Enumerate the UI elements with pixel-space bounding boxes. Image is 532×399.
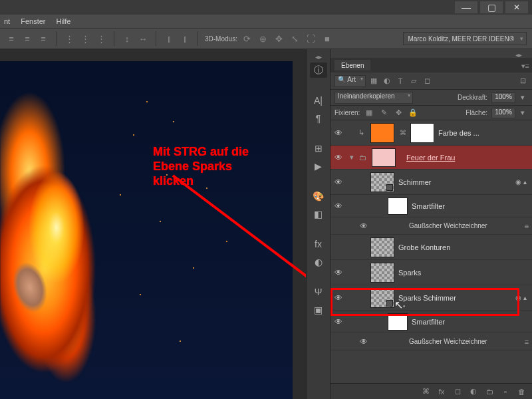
fill-input[interactable]: 100%: [491, 108, 515, 118]
menu-fenster[interactable]: Fenster: [21, 17, 45, 25]
layer-thumbnail[interactable]: [370, 237, 394, 257]
layer-row[interactable]: 👁 ↳ ⌘ Farbe des ...: [331, 120, 532, 146]
visibility-icon[interactable]: 👁: [331, 153, 346, 162]
distribute-icon[interactable]: ⋮: [79, 33, 91, 45]
chevron-down-icon[interactable]: ▾: [346, 153, 357, 162]
swatches-icon[interactable]: 🎨: [310, 188, 327, 203]
actions-icon[interactable]: ▶: [310, 158, 327, 174]
layer-thumbnail[interactable]: [370, 263, 394, 283]
visibility-icon[interactable]: 👁: [331, 268, 346, 277]
layer-thumbnail[interactable]: [370, 123, 394, 143]
layer-mask-icon[interactable]: ◻: [452, 387, 463, 396]
visibility-icon[interactable]: 👁: [331, 201, 346, 211]
blend-mode-dropdown[interactable]: Ineinanderkopieren: [334, 92, 413, 104]
opacity-input[interactable]: 100%: [491, 92, 515, 103]
filter-shape-icon[interactable]: ▱: [408, 76, 419, 86]
filter-edit-icon[interactable]: ≡: [521, 221, 532, 231]
paragraph-icon[interactable]: ¶: [310, 110, 327, 126]
layer-thumbnail[interactable]: [370, 288, 394, 308]
layer-row-sparks[interactable]: 👁 Sparks: [331, 260, 532, 285]
visibility-icon[interactable]: 👁: [331, 293, 346, 303]
rotate-icon[interactable]: ⟳: [241, 33, 253, 45]
collapse-icon[interactable]: ◂▸: [509, 51, 528, 58]
pan-icon[interactable]: ✥: [273, 33, 285, 45]
layer-row[interactable]: 👁 Sparks Schimmer ◉ ▴: [331, 285, 532, 311]
filter-edit-icon[interactable]: ≡: [521, 337, 532, 346]
layer-group-row[interactable]: 👁 ▾ 🗀 Feuer der Frau: [331, 146, 532, 170]
workspace-dropdown[interactable]: Marco Kolditz, MEER DER IDEEN®: [403, 32, 527, 45]
layer-row[interactable]: Grobe Konturen: [331, 235, 532, 260]
visibility-icon[interactable]: 👁: [357, 337, 370, 346]
color-icon[interactable]: ◧: [310, 206, 327, 221]
adjustments-icon[interactable]: ◐: [310, 254, 327, 269]
layer-row[interactable]: 👁 Smartfilter: [331, 195, 532, 217]
filter-smart-icon[interactable]: ◻: [422, 76, 432, 86]
chevron-down-icon[interactable]: ▾: [517, 108, 528, 118]
fx-badge-icon[interactable]: ◉ ▴: [515, 294, 527, 301]
layer-name[interactable]: Farbe des ...: [438, 129, 479, 137]
smartfilter-row[interactable]: 👁 Gaußscher Weichzeichner ≡: [331, 333, 532, 350]
lock-move-icon[interactable]: ✥: [393, 108, 404, 118]
delete-layer-icon[interactable]: 🗑: [516, 387, 527, 396]
align-icon[interactable]: ≡: [21, 33, 33, 45]
mask-thumbnail[interactable]: [410, 123, 434, 143]
filter-type-icon[interactable]: T: [395, 76, 406, 86]
close-button[interactable]: ✕: [505, 1, 528, 13]
glyphs-icon[interactable]: ⊞: [310, 140, 327, 156]
filter-pixel-icon[interactable]: ▦: [368, 76, 379, 86]
visibility-icon[interactable]: 👁: [331, 317, 346, 327]
menu-hilfe[interactable]: Hilfe: [56, 17, 70, 25]
link-layers-icon[interactable]: ⌘: [420, 387, 431, 396]
menu-truncated[interactable]: nt: [4, 17, 10, 25]
layer-style-icon[interactable]: fx: [436, 387, 447, 396]
layer-name[interactable]: Grobe Konturen: [398, 243, 450, 251]
distribute-icon[interactable]: ↔: [137, 33, 149, 45]
mask-thumbnail[interactable]: [388, 198, 408, 215]
brushes-icon[interactable]: Ψ: [310, 284, 327, 299]
adjustment-layer-icon[interactable]: ◐: [468, 387, 479, 396]
align-icon[interactable]: ≡: [37, 33, 49, 45]
collapse-icon[interactable]: ◂▸: [309, 53, 328, 60]
character-icon[interactable]: A|: [310, 92, 327, 108]
filter-name[interactable]: Gaußscher Weichzeichner: [409, 338, 487, 345]
visibility-icon[interactable]: 👁: [357, 221, 370, 231]
layer-row[interactable]: 👁 Smartfilter: [331, 311, 532, 333]
visibility-icon[interactable]: 👁: [331, 178, 346, 187]
panel-menu-icon[interactable]: ▾≡: [521, 62, 529, 70]
chevron-down-icon[interactable]: ▾: [517, 93, 528, 102]
distribute-icon[interactable]: ⫿: [179, 33, 191, 45]
lock-all-icon[interactable]: 🔒: [408, 108, 418, 118]
new-group-icon[interactable]: 🗀: [484, 387, 495, 396]
lock-paint-icon[interactable]: ✎: [378, 108, 389, 118]
distribute-icon[interactable]: ⋮: [95, 33, 107, 45]
filter-adjust-icon[interactable]: ◐: [382, 76, 392, 86]
scale-icon[interactable]: ⛶: [305, 33, 317, 45]
filter-type-dropdown[interactable]: 🔍 Art: [334, 75, 366, 87]
smartfilter-row[interactable]: 👁 Gaußscher Weichzeichner ≡: [331, 217, 532, 235]
filter-name[interactable]: Gaußscher Weichzeichner: [409, 222, 487, 229]
document-canvas[interactable]: Mit STRG auf die Ebene Sparks klicken: [0, 61, 293, 399]
orbit-icon[interactable]: ⊕: [257, 33, 269, 45]
camera-icon[interactable]: ■: [321, 33, 333, 45]
layer-name[interactable]: Sparks: [398, 269, 421, 277]
layer-row[interactable]: 👁 Schimmer ◉ ▴: [331, 170, 532, 195]
fx-badge-icon[interactable]: ◉ ▴: [515, 178, 527, 186]
layer-thumbnail[interactable]: [372, 148, 396, 167]
styles-icon[interactable]: fx: [310, 236, 327, 251]
maximize-button[interactable]: ▢: [480, 1, 503, 13]
layer-name[interactable]: Sparks Schimmer: [398, 294, 456, 302]
layer-name[interactable]: Feuer der Frau: [406, 154, 455, 162]
info-icon[interactable]: ⓘ: [310, 63, 327, 78]
visibility-icon[interactable]: 👁: [331, 128, 346, 138]
mask-thumbnail[interactable]: [388, 313, 408, 331]
distribute-icon[interactable]: ⫿: [163, 33, 175, 45]
filter-toggle-icon[interactable]: ⊡: [517, 76, 528, 86]
distribute-icon[interactable]: ↕: [121, 33, 133, 45]
layers-list[interactable]: 👁 ↳ ⌘ Farbe des ... 👁 ▾ 🗀 Feuer der Frau…: [331, 120, 532, 383]
new-layer-icon[interactable]: ▫: [500, 387, 511, 396]
layer-name[interactable]: Schimmer: [398, 178, 432, 186]
slide-icon[interactable]: ⤡: [289, 33, 301, 45]
lock-transparency-icon[interactable]: ▦: [364, 108, 374, 118]
align-icon[interactable]: ≡: [5, 33, 17, 45]
layers-icon[interactable]: ▣: [310, 302, 327, 317]
